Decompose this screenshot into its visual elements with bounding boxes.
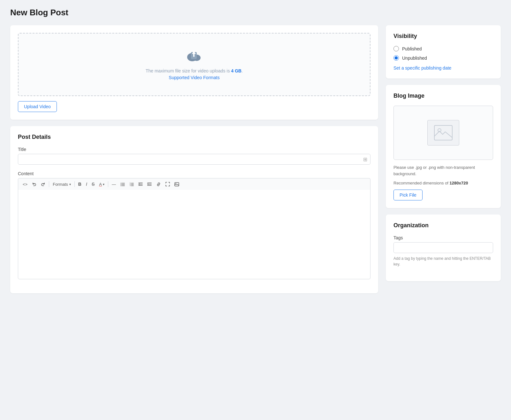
formats-btn[interactable]: Formats ▾ [51, 181, 73, 188]
image-format-hint: Please use .jpg or .png with non-transpa… [393, 164, 493, 177]
blog-image-placeholder [393, 106, 493, 160]
upload-video-card: The maximum file size for video uploads … [10, 25, 378, 120]
title-group: Title ⊞ [18, 147, 370, 165]
image-icon [434, 125, 453, 141]
font-color-chevron-icon: ▾ [103, 183, 104, 186]
editor-toolbar: <> Formats ▾ B I S [18, 178, 370, 190]
visibility-card: Visibility Published Unpublished Set a s… [386, 25, 501, 79]
supported-formats-link[interactable]: Supported Video Formats [169, 75, 219, 80]
publishing-date-link[interactable]: Set a specific publishing date [393, 65, 451, 71]
svg-point-7 [121, 184, 121, 185]
redo-btn[interactable] [39, 181, 47, 188]
organization-card: Organization Tags Add a tag by typing th… [386, 214, 501, 281]
svg-point-5 [121, 183, 121, 184]
upload-video-button[interactable]: Upload Video [18, 101, 57, 112]
visibility-radio-group: Published Unpublished [393, 46, 493, 61]
tags-group: Tags Add a tag by typing the name and hi… [393, 235, 493, 267]
link-btn[interactable] [154, 181, 163, 188]
chevron-down-icon: ▾ [69, 183, 71, 186]
bold-btn[interactable]: B [76, 180, 83, 188]
published-label: Published [402, 46, 422, 51]
upload-zone[interactable]: The maximum file size for video uploads … [18, 33, 370, 96]
unpublished-option[interactable]: Unpublished [393, 55, 493, 61]
title-input-wrapper: ⊞ [18, 154, 370, 165]
upload-text: The maximum file size for video uploads … [146, 67, 243, 74]
title-input[interactable] [18, 154, 370, 165]
content-label: Content [18, 171, 370, 176]
indent-btn[interactable] [145, 181, 154, 188]
title-input-icon: ⊞ [363, 156, 367, 162]
image-dimensions-hint: Recommended dimensions of 1280x720 [393, 180, 493, 186]
unpublished-label: Unpublished [402, 56, 427, 61]
outdent-btn[interactable] [136, 181, 145, 188]
right-column: Visibility Published Unpublished Set a s… [386, 25, 501, 281]
visibility-title: Visibility [393, 33, 493, 40]
tags-hint: Add a tag by typing the name and hitting… [393, 256, 493, 267]
hr-btn[interactable]: — [110, 181, 118, 188]
title-label: Title [18, 147, 370, 152]
code-btn[interactable]: <> [21, 181, 29, 188]
page-title: New Blog Post [10, 8, 501, 18]
image-insert-btn[interactable] [172, 181, 181, 188]
svg-rect-4 [193, 54, 194, 57]
tags-label: Tags [393, 235, 493, 240]
organization-title: Organization [393, 222, 493, 229]
tags-input[interactable] [393, 242, 493, 253]
content-group: Content <> Formats ▾ B [18, 171, 370, 279]
image-placeholder-inner [427, 120, 459, 146]
toolbar-divider-2 [74, 181, 75, 187]
ordered-list-btn[interactable]: 1.2.3. [127, 181, 136, 188]
blog-image-card: Blog Image Please use .jpg or .png with … [386, 85, 501, 208]
undo-btn[interactable] [30, 181, 38, 188]
blog-image-title: Blog Image [393, 93, 493, 99]
main-layout: The maximum file size for video uploads … [10, 25, 501, 293]
italic-btn[interactable]: I [84, 180, 89, 188]
left-column: The maximum file size for video uploads … [10, 25, 378, 293]
cloud-upload-icon [186, 49, 202, 62]
svg-point-9 [121, 185, 121, 186]
published-radio[interactable] [393, 46, 399, 51]
strikethrough-btn[interactable]: S [90, 180, 96, 188]
pick-file-button[interactable]: Pick File [393, 190, 423, 200]
fullscreen-btn[interactable] [164, 181, 172, 188]
font-color-btn[interactable]: A ▾ [97, 181, 106, 188]
published-option[interactable]: Published [393, 46, 493, 51]
svg-rect-25 [434, 125, 452, 140]
toolbar-divider-3 [108, 181, 108, 187]
post-details-title: Post Details [18, 134, 370, 140]
toolbar-divider-1 [49, 181, 49, 187]
post-details-card: Post Details Title ⊞ Content <> [10, 126, 378, 293]
unordered-list-btn[interactable] [118, 181, 127, 188]
svg-text:3.: 3. [130, 184, 131, 186]
content-editor[interactable] [18, 190, 370, 279]
unpublished-radio[interactable] [393, 55, 399, 61]
